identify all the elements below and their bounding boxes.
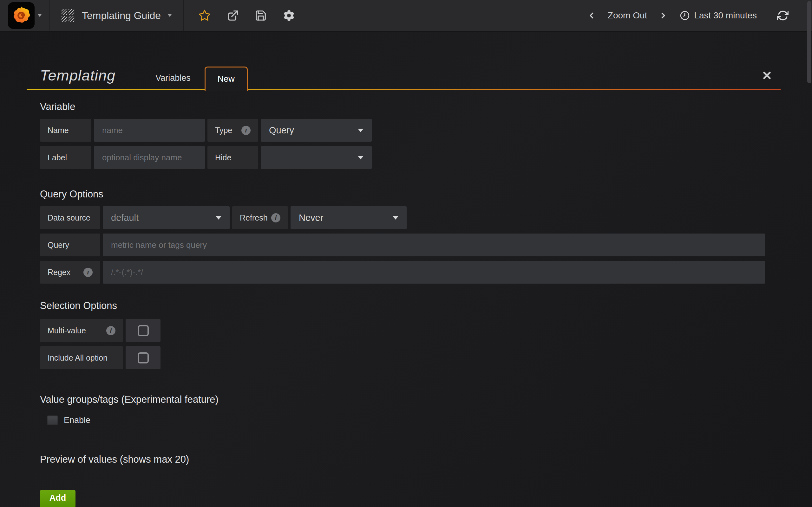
save-icon	[255, 9, 267, 21]
grafana-menu-button[interactable]	[0, 0, 50, 32]
hide-select[interactable]	[261, 146, 372, 169]
info-icon[interactable]: i	[271, 213, 281, 222]
save-button[interactable]	[255, 9, 267, 21]
checkbox-icon	[138, 325, 149, 336]
chevron-down-icon	[358, 129, 363, 132]
grafana-logo	[8, 2, 35, 29]
chevron-down-icon	[38, 14, 42, 17]
variable-label-row: Label Hide	[40, 146, 765, 169]
chevron-down-icon	[168, 14, 171, 17]
time-range-picker[interactable]: Last 30 minutes	[679, 10, 757, 21]
share-button[interactable]	[227, 9, 239, 21]
type-select-value: Query	[269, 125, 294, 135]
preview-heading: Preview of values (shows max 20)	[40, 454, 780, 465]
settings-button[interactable]	[283, 9, 295, 22]
dashboard-title: Templating Guide	[82, 10, 161, 21]
regex-input[interactable]	[103, 261, 765, 284]
zoom-out-button[interactable]: Zoom Out	[608, 10, 647, 20]
time-range-label: Last 30 minutes	[694, 10, 757, 20]
label-label: Label	[40, 146, 91, 169]
time-back-button[interactable]	[587, 11, 596, 20]
close-icon	[762, 71, 772, 80]
refresh-label: Refresh i	[232, 206, 288, 229]
clock-icon	[679, 10, 690, 21]
dashboard-grid-icon	[61, 9, 75, 22]
refresh-select[interactable]: Never	[291, 206, 407, 229]
topbar-actions	[184, 9, 295, 22]
chevron-down-icon	[393, 216, 398, 220]
query-label: Query	[40, 233, 100, 257]
query-options-heading: Query Options	[40, 188, 780, 200]
datasource-label: Data source	[40, 206, 100, 229]
regex-label-text: Regex	[48, 268, 70, 277]
refresh-select-value: Never	[299, 213, 323, 223]
scrollbar[interactable]	[807, 1, 811, 83]
variable-heading: Variable	[40, 101, 780, 112]
page-title: Templating	[40, 66, 115, 84]
chevron-down-icon	[358, 156, 363, 159]
page: Templating Variables New Variable Name T…	[0, 32, 812, 507]
tab-new[interactable]: New	[205, 66, 248, 91]
label-input[interactable]	[94, 146, 205, 169]
type-label: Type i	[207, 119, 258, 142]
gear-icon	[283, 9, 295, 22]
tabs: Variables New	[142, 66, 248, 90]
share-icon	[227, 9, 239, 21]
type-select[interactable]: Query	[261, 119, 372, 142]
regex-row: Regex i	[40, 261, 765, 284]
grafana-flame-icon	[11, 5, 32, 26]
tab-variables[interactable]: Variables	[142, 66, 205, 90]
dashboard-picker[interactable]: Templating Guide	[50, 0, 184, 32]
close-button[interactable]	[762, 71, 772, 80]
chevron-right-icon	[658, 11, 668, 20]
checkbox-icon	[138, 352, 149, 363]
star-icon	[198, 9, 211, 22]
value-groups-heading: Value groups/tags (Experimental feature)	[40, 394, 780, 405]
name-input[interactable]	[94, 119, 205, 142]
include-all-label: Include All option	[40, 346, 123, 369]
include-all-checkbox[interactable]	[125, 346, 160, 369]
info-icon[interactable]: i	[106, 326, 115, 335]
content: Templating Variables New Variable Name T…	[27, 32, 780, 507]
enable-row: Enable	[47, 415, 780, 425]
multi-value-label-text: Multi-value	[48, 326, 86, 335]
datasource-row: Data source default Refresh i Never	[40, 206, 765, 229]
query-input[interactable]	[103, 233, 765, 257]
include-all-row: Include All option	[40, 346, 765, 369]
time-forward-button[interactable]	[658, 11, 668, 20]
chevron-left-icon	[587, 11, 596, 20]
name-label: Name	[40, 119, 91, 142]
page-header: Templating Variables New	[27, 32, 780, 90]
star-button[interactable]	[198, 9, 211, 22]
datasource-select[interactable]: default	[103, 206, 230, 229]
selection-options-heading: Selection Options	[40, 300, 780, 312]
multi-value-checkbox[interactable]	[125, 319, 160, 342]
enable-label: Enable	[64, 415, 90, 425]
topbar: Templating Guide	[0, 0, 812, 32]
hide-label: Hide	[207, 146, 258, 169]
info-icon[interactable]: i	[84, 268, 93, 277]
regex-label: Regex i	[40, 261, 100, 284]
enable-checkbox[interactable]	[47, 415, 58, 425]
query-row: Query	[40, 233, 765, 257]
refresh-icon	[777, 10, 789, 21]
add-button[interactable]: Add	[40, 490, 75, 507]
type-label-text: Type	[215, 126, 232, 135]
time-controls: Zoom Out Last 30 minutes	[587, 10, 812, 21]
variable-name-row: Name Type i Query	[40, 119, 765, 142]
refresh-label-text: Refresh	[240, 213, 268, 222]
multi-value-row: Multi-value i	[40, 319, 765, 342]
chevron-down-icon	[216, 216, 221, 220]
header-underline	[27, 89, 780, 90]
info-icon[interactable]: i	[241, 126, 251, 135]
multi-value-label: Multi-value i	[40, 319, 123, 342]
refresh-button[interactable]	[777, 10, 789, 21]
datasource-select-value: default	[111, 213, 139, 223]
